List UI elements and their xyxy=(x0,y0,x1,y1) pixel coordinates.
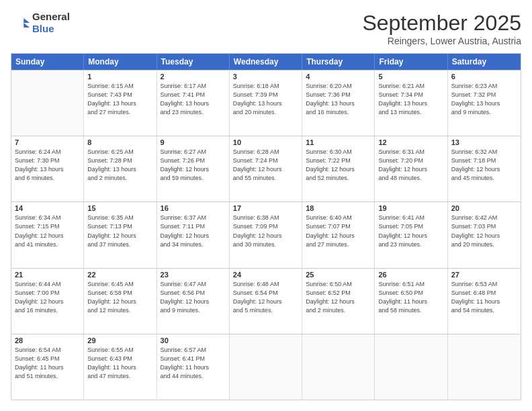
calendar-cell-4-6 xyxy=(448,334,521,400)
day-info: Sunrise: 6:42 AM Sunset: 7:03 PM Dayligh… xyxy=(451,214,517,248)
calendar-row-3: 21Sunrise: 6:44 AM Sunset: 7:00 PM Dayli… xyxy=(11,268,521,334)
day-number: 13 xyxy=(451,138,517,146)
day-info: Sunrise: 6:54 AM Sunset: 6:45 PM Dayligh… xyxy=(15,346,80,381)
calendar-cell-1-1: 8Sunrise: 6:25 AM Sunset: 7:28 PM Daylig… xyxy=(84,136,157,201)
day-info: Sunrise: 6:44 AM Sunset: 7:00 PM Dayligh… xyxy=(15,280,80,315)
calendar-row-4: 28Sunrise: 6:54 AM Sunset: 6:45 PM Dayli… xyxy=(11,334,521,400)
day-number: 30 xyxy=(161,336,226,345)
day-info: Sunrise: 6:53 AM Sunset: 6:48 PM Dayligh… xyxy=(451,280,517,315)
page: General Blue September 2025 Reingers, Lo… xyxy=(0,0,532,411)
calendar-row-2: 14Sunrise: 6:34 AM Sunset: 7:15 PM Dayli… xyxy=(11,201,521,267)
calendar-cell-0-0 xyxy=(11,71,84,136)
day-info: Sunrise: 6:24 AM Sunset: 7:30 PM Dayligh… xyxy=(15,148,80,183)
calendar-cell-3-5: 26Sunrise: 6:51 AM Sunset: 6:50 PM Dayli… xyxy=(375,269,447,334)
day-number: 25 xyxy=(306,271,371,279)
day-info: Sunrise: 6:15 AM Sunset: 7:43 PM Dayligh… xyxy=(87,82,152,117)
day-number: 21 xyxy=(15,271,80,279)
calendar-cell-2-4: 18Sunrise: 6:40 AM Sunset: 7:07 PM Dayli… xyxy=(302,202,375,267)
day-number: 2 xyxy=(161,73,226,81)
day-number: 29 xyxy=(87,336,152,345)
day-info: Sunrise: 6:17 AM Sunset: 7:41 PM Dayligh… xyxy=(161,82,226,117)
calendar-cell-4-2: 30Sunrise: 6:57 AM Sunset: 6:41 PM Dayli… xyxy=(157,334,230,400)
calendar-row-0: 1Sunrise: 6:15 AM Sunset: 7:43 PM Daylig… xyxy=(11,70,521,136)
day-number: 7 xyxy=(15,138,80,146)
day-info: Sunrise: 6:34 AM Sunset: 7:15 PM Dayligh… xyxy=(15,214,80,248)
header-day-friday: Friday xyxy=(375,54,447,70)
day-number: 4 xyxy=(306,73,371,81)
day-number: 15 xyxy=(87,204,152,212)
calendar-cell-1-4: 11Sunrise: 6:30 AM Sunset: 7:22 PM Dayli… xyxy=(302,136,375,201)
calendar-cell-3-2: 23Sunrise: 6:47 AM Sunset: 6:56 PM Dayli… xyxy=(157,269,230,334)
day-number: 16 xyxy=(161,204,226,212)
calendar-cell-3-4: 25Sunrise: 6:50 AM Sunset: 6:52 PM Dayli… xyxy=(302,269,375,334)
calendar-cell-1-2: 9Sunrise: 6:27 AM Sunset: 7:26 PM Daylig… xyxy=(157,136,230,201)
day-number: 26 xyxy=(378,271,443,279)
calendar-cell-4-0: 28Sunrise: 6:54 AM Sunset: 6:45 PM Dayli… xyxy=(11,334,84,400)
calendar-cell-4-4 xyxy=(302,334,375,400)
title-block: September 2025 Reingers, Lower Austria, … xyxy=(362,11,521,46)
day-info: Sunrise: 6:41 AM Sunset: 7:05 PM Dayligh… xyxy=(378,214,443,248)
svg-marker-2 xyxy=(24,23,30,28)
day-number: 11 xyxy=(306,138,371,146)
day-number: 19 xyxy=(378,204,443,212)
calendar-cell-0-4: 4Sunrise: 6:20 AM Sunset: 7:36 PM Daylig… xyxy=(302,71,375,136)
day-info: Sunrise: 6:40 AM Sunset: 7:07 PM Dayligh… xyxy=(306,214,371,248)
calendar-cell-1-3: 10Sunrise: 6:28 AM Sunset: 7:24 PM Dayli… xyxy=(230,136,302,201)
day-info: Sunrise: 6:25 AM Sunset: 7:28 PM Dayligh… xyxy=(87,148,152,183)
calendar-cell-3-1: 22Sunrise: 6:45 AM Sunset: 6:58 PM Dayli… xyxy=(84,269,157,334)
day-number: 24 xyxy=(233,271,298,279)
header-day-wednesday: Wednesday xyxy=(230,54,302,70)
calendar-cell-2-2: 16Sunrise: 6:37 AM Sunset: 7:11 PM Dayli… xyxy=(157,202,230,267)
day-number: 18 xyxy=(306,204,371,212)
day-number: 5 xyxy=(378,73,443,81)
day-info: Sunrise: 6:47 AM Sunset: 6:56 PM Dayligh… xyxy=(161,280,226,315)
day-number: 20 xyxy=(451,204,517,212)
header-day-sunday: Sunday xyxy=(11,54,84,70)
logo: General Blue xyxy=(11,11,70,35)
month-title: September 2025 xyxy=(362,11,521,36)
day-info: Sunrise: 6:45 AM Sunset: 6:58 PM Dayligh… xyxy=(87,280,152,315)
calendar-cell-0-1: 1Sunrise: 6:15 AM Sunset: 7:43 PM Daylig… xyxy=(84,71,157,136)
calendar-cell-0-3: 3Sunrise: 6:18 AM Sunset: 7:39 PM Daylig… xyxy=(230,71,302,136)
calendar-cell-2-6: 20Sunrise: 6:42 AM Sunset: 7:03 PM Dayli… xyxy=(448,202,521,267)
day-info: Sunrise: 6:31 AM Sunset: 7:20 PM Dayligh… xyxy=(378,148,443,183)
calendar: SundayMondayTuesdayWednesdayThursdayFrid… xyxy=(11,53,521,400)
day-info: Sunrise: 6:55 AM Sunset: 6:43 PM Dayligh… xyxy=(87,346,152,381)
day-number: 8 xyxy=(87,138,152,146)
calendar-cell-1-5: 12Sunrise: 6:31 AM Sunset: 7:20 PM Dayli… xyxy=(375,136,447,201)
day-number: 12 xyxy=(378,138,443,146)
calendar-cell-2-1: 15Sunrise: 6:35 AM Sunset: 7:13 PM Dayli… xyxy=(84,202,157,267)
day-number: 9 xyxy=(161,138,226,146)
day-number: 27 xyxy=(451,271,517,279)
calendar-cell-4-3 xyxy=(230,334,302,400)
calendar-cell-1-6: 13Sunrise: 6:32 AM Sunset: 7:18 PM Dayli… xyxy=(448,136,521,201)
calendar-cell-3-3: 24Sunrise: 6:48 AM Sunset: 6:54 PM Dayli… xyxy=(230,269,302,334)
day-info: Sunrise: 6:37 AM Sunset: 7:11 PM Dayligh… xyxy=(161,214,226,248)
calendar-cell-1-0: 7Sunrise: 6:24 AM Sunset: 7:30 PM Daylig… xyxy=(11,136,84,201)
day-info: Sunrise: 6:28 AM Sunset: 7:24 PM Dayligh… xyxy=(233,148,298,183)
calendar-body: 1Sunrise: 6:15 AM Sunset: 7:43 PM Daylig… xyxy=(11,70,521,400)
day-info: Sunrise: 6:35 AM Sunset: 7:13 PM Dayligh… xyxy=(87,214,152,248)
calendar-row-1: 7Sunrise: 6:24 AM Sunset: 7:30 PM Daylig… xyxy=(11,136,521,201)
day-info: Sunrise: 6:48 AM Sunset: 6:54 PM Dayligh… xyxy=(233,280,298,315)
day-number: 17 xyxy=(233,204,298,212)
day-info: Sunrise: 6:23 AM Sunset: 7:32 PM Dayligh… xyxy=(451,82,517,117)
day-number: 28 xyxy=(15,336,80,345)
header-day-monday: Monday xyxy=(84,54,157,70)
day-info: Sunrise: 6:30 AM Sunset: 7:22 PM Dayligh… xyxy=(306,148,371,183)
calendar-cell-0-6: 6Sunrise: 6:23 AM Sunset: 7:32 PM Daylig… xyxy=(448,71,521,136)
logo-text: General Blue xyxy=(32,11,70,35)
calendar-cell-2-0: 14Sunrise: 6:34 AM Sunset: 7:15 PM Dayli… xyxy=(11,202,84,267)
day-info: Sunrise: 6:21 AM Sunset: 7:34 PM Dayligh… xyxy=(378,82,443,117)
header-day-saturday: Saturday xyxy=(448,54,521,70)
day-info: Sunrise: 6:20 AM Sunset: 7:36 PM Dayligh… xyxy=(306,82,371,117)
calendar-cell-4-1: 29Sunrise: 6:55 AM Sunset: 6:43 PM Dayli… xyxy=(84,334,157,400)
day-info: Sunrise: 6:50 AM Sunset: 6:52 PM Dayligh… xyxy=(306,280,371,315)
calendar-header: SundayMondayTuesdayWednesdayThursdayFrid… xyxy=(11,54,521,70)
day-number: 22 xyxy=(87,271,152,279)
location-subtitle: Reingers, Lower Austria, Austria xyxy=(362,36,521,46)
day-number: 10 xyxy=(233,138,298,146)
header-day-tuesday: Tuesday xyxy=(157,54,230,70)
calendar-cell-4-5 xyxy=(375,334,447,400)
calendar-cell-0-5: 5Sunrise: 6:21 AM Sunset: 7:34 PM Daylig… xyxy=(375,71,447,136)
